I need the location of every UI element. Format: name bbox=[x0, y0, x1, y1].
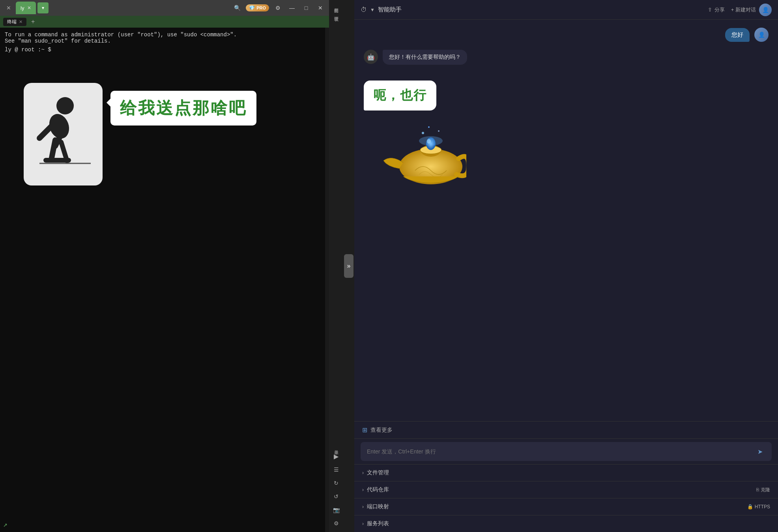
ai-bottom: ⊞ 查看更多 ➤ › 文件管理 › 代码仓库 ⎘ 克隆 › 端口映射 bbox=[354, 421, 778, 532]
terminal-bottom-arrow: ↗ bbox=[3, 520, 7, 529]
sidebar-refresh-icon[interactable]: ↻ bbox=[331, 478, 342, 489]
code-repo-chevron: › bbox=[362, 487, 364, 493]
for-keyword: for bbox=[71, 38, 81, 44]
share-icon: ⇧ bbox=[708, 7, 712, 13]
svg-point-0 bbox=[56, 97, 74, 114]
chat-input[interactable] bbox=[367, 448, 751, 455]
file-manager-label: 文件管理 bbox=[367, 469, 389, 476]
window-close-icon[interactable]: ✕ bbox=[315, 2, 326, 13]
session-bar: 终端 ✕ + bbox=[0, 16, 329, 28]
tab-close-all-btn[interactable]: ✕ bbox=[3, 2, 14, 13]
session-tab[interactable]: 终端 ✕ bbox=[3, 18, 26, 26]
port-mapping-panel[interactable]: › 端口映射 🔒 HTTPS bbox=[354, 498, 778, 515]
panel-separator: » bbox=[343, 0, 354, 532]
code-repo-label: 代码仓库 bbox=[367, 486, 389, 493]
file-manager-chevron: › bbox=[362, 470, 364, 476]
svg-rect-6 bbox=[43, 158, 71, 163]
praying-figure-svg bbox=[32, 91, 95, 178]
ai-chat[interactable]: 您好 👤 🤖 您好！有什么需要帮助的吗？ 呃，也行 bbox=[354, 20, 778, 421]
svg-point-16 bbox=[428, 126, 430, 128]
terminal-tab[interactable]: ly ✕ bbox=[16, 2, 36, 14]
new-session-btn[interactable]: + bbox=[30, 18, 36, 25]
search-icon[interactable]: 🔍 bbox=[232, 2, 243, 13]
figure-box bbox=[24, 83, 103, 185]
minimize-icon[interactable]: — bbox=[286, 2, 297, 13]
view-more-label: 查看更多 bbox=[370, 427, 393, 434]
svg-point-13 bbox=[419, 136, 443, 146]
prompt-sep: :~ bbox=[38, 47, 45, 53]
bot-greeting-msg: 🤖 您好！有什么需要帮助的吗？ bbox=[364, 50, 769, 65]
clone-badge: ⎘ 克隆 bbox=[756, 487, 770, 493]
svg-line-4 bbox=[51, 140, 55, 160]
svg-point-15 bbox=[438, 130, 439, 132]
maximize-icon[interactable]: □ bbox=[301, 2, 312, 13]
bot-avatar: 🤖 bbox=[364, 50, 378, 64]
send-btn[interactable]: ➤ bbox=[754, 446, 765, 457]
ai-panel: ⏱ ▼ 智能助手 ⇧ 分享 + 新建对话 👤 您好 👤 🤖 您好！有什么需要帮助… bbox=[354, 0, 778, 532]
terminal-scrollbar[interactable] bbox=[325, 28, 329, 532]
https-badge: 🔒 HTTPS bbox=[747, 504, 770, 510]
sidebar-reload-icon[interactable]: ↺ bbox=[331, 491, 342, 502]
clone-label: 克隆 bbox=[761, 487, 770, 493]
tab-bar: ✕ ly ✕ ▾ 🔍 💎 PRO ⚙ — □ ✕ bbox=[0, 0, 329, 16]
terminal-right-sidebar: 关闭侧边栏 下载管理 子菜单 ▶ ☰ ↻ ↺ 📷 ⚙ bbox=[329, 0, 343, 532]
terminal-line-2: See "man sudo_root" for details. bbox=[5, 38, 320, 44]
tab-actions: 🔍 💎 PRO ⚙ — □ ✕ bbox=[232, 2, 326, 13]
new-chat-label: + 新建对话 bbox=[731, 6, 756, 13]
sidebar-settings-icon[interactable]: ⚙ bbox=[331, 518, 342, 529]
sidebar-list-icon[interactable]: ☰ bbox=[331, 464, 342, 475]
grid-icon: ⊞ bbox=[362, 426, 367, 434]
file-manager-panel[interactable]: › 文件管理 bbox=[354, 464, 778, 481]
code-repo-panel[interactable]: › 代码仓库 ⎘ 克隆 bbox=[354, 481, 778, 498]
user-greeting-bubble: 您好 bbox=[725, 28, 750, 42]
meme-text: 给我送点那啥吧 bbox=[120, 97, 247, 119]
port-mapping-label: 端口映射 bbox=[367, 503, 389, 510]
share-btn[interactable]: ⇧ 分享 bbox=[705, 5, 728, 15]
port-mapping-chevron: › bbox=[362, 504, 364, 510]
ai-response-bubble: 呃，也行 bbox=[364, 81, 436, 111]
prompt-line: ly @ root :~ $ bbox=[5, 47, 320, 53]
magic-lamp-illustration bbox=[380, 115, 466, 194]
service-list-label: 服务列表 bbox=[367, 520, 389, 527]
ai-header: ⏱ ▼ 智能助手 ⇧ 分享 + 新建对话 👤 bbox=[354, 0, 778, 20]
chat-input-area: ➤ bbox=[361, 442, 772, 461]
user-greeting-msg: 您好 👤 bbox=[364, 28, 769, 42]
lock-icon: 🔒 bbox=[747, 504, 753, 510]
ai-header-left: ⏱ ▼ 智能助手 bbox=[361, 6, 402, 13]
svg-point-14 bbox=[422, 132, 424, 134]
terminal-line-1: To run a command as administrator (user … bbox=[5, 32, 320, 38]
user-avatar[interactable]: 👤 bbox=[759, 4, 772, 16]
prompt-dollar: $ bbox=[48, 47, 51, 53]
sidebar-camera-icon[interactable]: 📷 bbox=[331, 504, 342, 515]
sidebar-label-3[interactable]: 子菜单 bbox=[333, 445, 339, 448]
ai-response-section: 呃，也行 bbox=[364, 81, 769, 194]
prompt-user: ly bbox=[5, 47, 11, 53]
ai-header-title: 智能助手 bbox=[378, 6, 402, 13]
clone-icon: ⎘ bbox=[756, 487, 759, 493]
man-cmd: man sudo_root bbox=[21, 38, 64, 44]
bot-greeting-bubble: 您好！有什么需要帮助的吗？ bbox=[383, 50, 467, 65]
sidebar-label-1[interactable]: 关闭侧边栏 bbox=[333, 3, 339, 6]
sidebar-label-2[interactable]: 下载管理 bbox=[333, 12, 339, 15]
speech-bubble: 给我送点那啥吧 bbox=[110, 91, 256, 126]
ai-header-chevron: ▼ bbox=[370, 7, 375, 13]
meme-area: 给我送点那啥吧 bbox=[24, 83, 256, 185]
session-label: 终端 bbox=[7, 19, 17, 25]
ai-response-text: 呃，也行 bbox=[373, 87, 427, 104]
sidebar-play-icon[interactable]: ▶ bbox=[331, 451, 342, 462]
terminal-body[interactable]: To run a command as administrator (user … bbox=[0, 28, 325, 532]
tab-close-icon[interactable]: ✕ bbox=[27, 5, 31, 11]
service-list-chevron: › bbox=[362, 521, 364, 526]
https-label: HTTPS bbox=[755, 504, 770, 510]
tab-label: ly bbox=[21, 5, 24, 11]
collapse-btn[interactable]: » bbox=[344, 254, 353, 278]
session-close-icon[interactable]: ✕ bbox=[19, 19, 22, 24]
share-label: 分享 bbox=[714, 6, 725, 13]
view-more-btn[interactable]: ⊞ 查看更多 bbox=[354, 421, 778, 439]
tab-dropdown-btn[interactable]: ▾ bbox=[37, 2, 49, 13]
prompt-host: root bbox=[21, 47, 35, 53]
prompt-at: @ bbox=[15, 47, 18, 53]
service-list-panel[interactable]: › 服务列表 bbox=[354, 515, 778, 532]
settings-icon[interactable]: ⚙ bbox=[272, 2, 283, 13]
new-chat-btn[interactable]: + 新建对话 bbox=[728, 5, 759, 15]
